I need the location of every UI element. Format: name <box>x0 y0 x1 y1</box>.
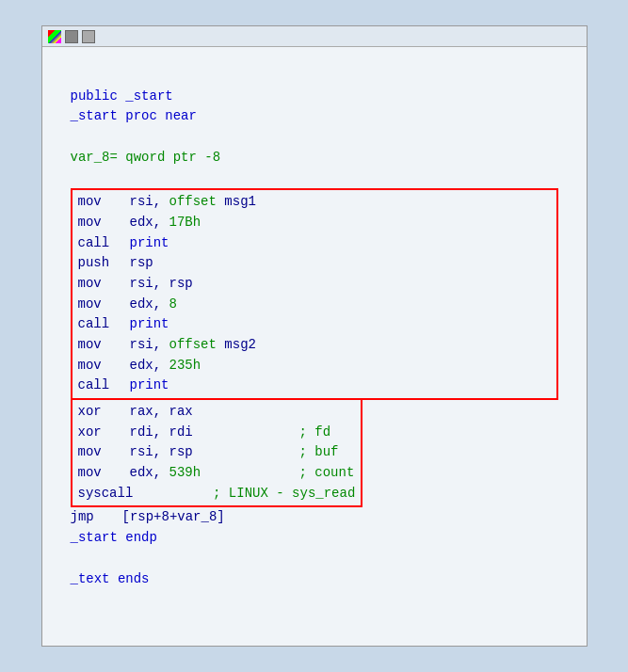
mnemonic-mov4: mov <box>78 295 130 315</box>
line-push-rsp: push rsp <box>78 253 551 274</box>
mnemonic-call1: call <box>78 233 130 254</box>
empty-line-1 <box>71 66 558 87</box>
color-icon <box>48 30 61 43</box>
line-mov-edx-8: mov edx, 8 <box>78 295 551 315</box>
operand-xor-rdi: rdi, rdi <box>130 423 299 443</box>
line-mov-rsi-msg2: mov rsi, offset msg2 <box>78 335 551 356</box>
operand-rsi: rsi, <box>130 192 169 213</box>
line-text-ends: _text ends <box>71 569 558 590</box>
operand-edx: edx, <box>130 213 169 233</box>
mnemonic-mov5: mov <box>78 335 130 356</box>
keyword-start-proc: _start proc near <box>71 106 197 127</box>
empty-line-3 <box>71 168 558 188</box>
mnemonic-mov6: mov <box>78 356 130 376</box>
line-mov-edx-17bh: mov edx, 17Bh <box>78 213 551 233</box>
mnemonic-mov7: mov <box>78 442 130 463</box>
line-call-print1: call print <box>78 233 551 254</box>
val-235h: 235h <box>169 356 201 376</box>
mnemonic-xor1: xor <box>78 402 130 423</box>
line-call-print3: call print <box>78 376 551 396</box>
empty-line-4 <box>71 549 558 569</box>
line-mov-rsi-rsp2: mov rsi, rsp ; buf <box>78 442 356 463</box>
box2: xor rax, rax xor rdi, rdi ; fd mov rsi, … <box>71 400 363 507</box>
code-area: public _start _start proc near var_8= qw… <box>42 47 587 646</box>
operand-msg1: msg1 <box>217 192 256 213</box>
comment-count: ; count <box>299 463 355 484</box>
comment-linux-sys-read: ; LINUX - sys_read <box>213 484 355 504</box>
line-public: public _start <box>71 87 558 107</box>
operand-rsi-rsp2: rsi, rsp <box>130 442 299 463</box>
line-mov-rsi-rsp: mov rsi, rsp <box>78 274 551 295</box>
line-mov-edx-235h: mov edx, 235h <box>78 356 551 376</box>
line-mov-rsi-msg1: mov rsi, offset msg1 <box>78 192 551 213</box>
line-start-proc: _start proc near <box>71 106 558 127</box>
toolbar-icon-2[interactable] <box>82 30 95 43</box>
toolbar-icon-1[interactable] <box>65 30 78 43</box>
line-xor-rdi: xor rdi, rdi ; fd <box>78 423 356 443</box>
box1: mov rsi, offset msg1 mov edx, 17Bh call … <box>71 188 558 400</box>
empty-line-2 <box>71 127 558 148</box>
operand-jmp: [rsp+8+var_8] <box>122 507 225 528</box>
val-17bh: 17Bh <box>169 213 201 233</box>
mnemonic-call2: call <box>78 314 130 335</box>
operand-msg2: msg2 <box>217 335 256 356</box>
line-jmp: jmp [rsp+8+var_8] <box>71 507 558 528</box>
mnemonic-mov3: mov <box>78 274 130 295</box>
titlebar <box>42 26 587 47</box>
line-syscall: syscall ; LINUX - sys_read <box>78 484 356 504</box>
operand-edx-539h: edx, 539h <box>130 463 299 484</box>
operand-print2: print <box>130 314 169 335</box>
line-mov-edx-539h: mov edx, 539h ; count <box>78 463 356 484</box>
val-8: 8 <box>169 295 177 315</box>
operand-edx2: edx, <box>130 356 169 376</box>
mnemonic-xor2: xor <box>78 423 130 443</box>
operand-print3: print <box>130 376 169 396</box>
val-539h: 539h <box>169 465 201 480</box>
var-declaration: var_8= qword ptr -8 <box>71 148 221 168</box>
operand-edx-8: edx, <box>130 295 169 315</box>
comment-buf: ; buf <box>299 442 339 463</box>
line-var8: var_8= qword ptr -8 <box>71 148 558 168</box>
mnemonic-syscall: syscall <box>78 484 214 504</box>
mnemonic-jmp: jmp <box>71 507 122 528</box>
keyword-text-ends: _text ends <box>71 569 150 590</box>
operand-print1: print <box>130 233 169 254</box>
line-call-print2: call print <box>78 314 551 335</box>
keyword-offset: offset <box>169 192 217 213</box>
operand-rsi-rsp: rsi, rsp <box>130 274 193 295</box>
operand-rsp1: rsp <box>130 253 153 274</box>
line-xor-rax: xor rax, rax <box>78 402 356 423</box>
mnemonic-call3: call <box>78 376 130 396</box>
keyword-start-endp: _start endp <box>71 528 157 549</box>
mnemonic-mov2: mov <box>78 213 130 233</box>
comment-fd: ; fd <box>299 423 331 443</box>
operand-rsi2: rsi, <box>130 335 169 356</box>
operand-xor-rax: rax, rax <box>130 402 193 423</box>
keyword-public: public _start <box>71 87 173 107</box>
line-start-endp: _start endp <box>71 528 558 549</box>
keyword-offset2: offset <box>169 335 217 356</box>
mnemonic-mov8: mov <box>78 463 130 484</box>
empty-line-5 <box>71 589 558 610</box>
mnemonic-push: push <box>78 253 130 274</box>
mnemonic-mov: mov <box>78 192 130 213</box>
main-window: public _start _start proc near var_8= qw… <box>41 25 588 647</box>
